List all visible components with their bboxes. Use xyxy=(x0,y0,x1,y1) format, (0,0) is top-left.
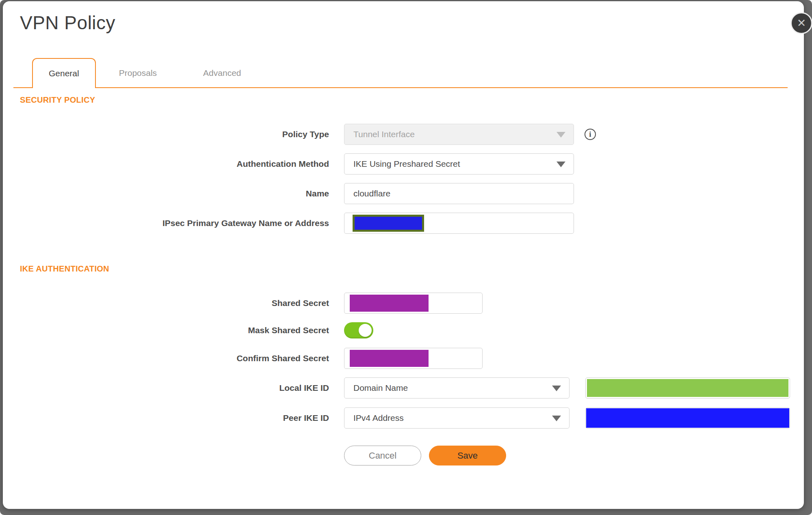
policy-type-select: Tunnel Interface xyxy=(344,124,574,145)
security-policy-heading: SECURITY POLICY xyxy=(20,95,804,105)
local-ike-id-select[interactable]: Domain Name xyxy=(344,377,569,399)
chevron-down-icon xyxy=(552,416,561,421)
mask-shared-secret-row: Mask Shared Secret xyxy=(3,322,804,338)
auth-method-row: Authentication Method IKE Using Preshare… xyxy=(3,153,804,175)
mask-shared-secret-toggle[interactable] xyxy=(344,322,373,338)
local-ike-id-type: Domain Name xyxy=(353,383,408,393)
peer-ike-id-row: Peer IKE ID IPv4 Address xyxy=(3,407,804,429)
policy-type-row: Policy Type Tunnel Interface i xyxy=(3,124,804,145)
info-icon[interactable]: i xyxy=(585,129,596,140)
cancel-button[interactable]: Cancel xyxy=(344,446,421,465)
local-ike-id-value-field[interactable] xyxy=(585,377,790,399)
shared-secret-label: Shared Secret xyxy=(3,298,344,308)
peer-ike-id-type: IPv4 Address xyxy=(353,413,404,423)
name-row: Name cloudflare xyxy=(3,183,804,204)
gateway-input[interactable] xyxy=(344,213,574,234)
confirm-shared-secret-row: Confirm Shared Secret xyxy=(3,348,804,369)
redaction-block xyxy=(353,215,424,232)
redaction-block xyxy=(350,295,429,312)
shared-secret-input[interactable] xyxy=(344,293,483,314)
redaction-block xyxy=(586,408,789,428)
policy-type-value: Tunnel Interface xyxy=(353,129,415,139)
gateway-row: IPsec Primary Gateway Name or Address xyxy=(3,213,804,234)
auth-method-label: Authentication Method xyxy=(3,159,344,169)
redaction-block xyxy=(350,350,429,367)
tab-proposals[interactable]: Proposals xyxy=(96,59,180,87)
tab-general[interactable]: General xyxy=(32,58,96,88)
tab-bar: General Proposals Advanced xyxy=(13,58,788,88)
redaction-block xyxy=(587,379,788,397)
close-icon: ✕ xyxy=(797,18,806,29)
peer-ike-id-value-field[interactable] xyxy=(585,407,790,429)
name-input[interactable]: cloudflare xyxy=(344,183,574,204)
ike-authentication-heading: IKE AUTHENTICATION xyxy=(20,264,804,274)
action-buttons: Cancel Save xyxy=(3,446,804,465)
peer-ike-id-label: Peer IKE ID xyxy=(3,413,344,423)
mask-shared-secret-label: Mask Shared Secret xyxy=(3,325,344,335)
local-ike-id-label: Local IKE ID xyxy=(3,383,344,393)
auth-method-value: IKE Using Preshared Secret xyxy=(353,159,460,169)
vpn-policy-dialog: VPN Policy General Proposals Advanced SE… xyxy=(3,1,804,509)
vpn-policy-page: VPN Policy General Proposals Advanced SE… xyxy=(0,0,812,515)
chevron-down-icon xyxy=(552,386,561,391)
local-ike-id-row: Local IKE ID Domain Name xyxy=(3,377,804,399)
auth-method-select[interactable]: IKE Using Preshared Secret xyxy=(344,153,574,175)
tab-advanced[interactable]: Advanced xyxy=(180,59,264,87)
close-button[interactable]: ✕ xyxy=(790,12,812,34)
policy-type-label: Policy Type xyxy=(3,129,344,139)
confirm-shared-secret-label: Confirm Shared Secret xyxy=(3,353,344,363)
page-title: VPN Policy xyxy=(20,12,804,34)
chevron-down-icon xyxy=(556,162,565,167)
chevron-down-icon xyxy=(556,132,565,138)
gateway-label: IPsec Primary Gateway Name or Address xyxy=(3,218,344,228)
peer-ike-id-select[interactable]: IPv4 Address xyxy=(344,407,569,429)
name-value: cloudflare xyxy=(353,189,390,198)
save-button[interactable]: Save xyxy=(429,446,506,465)
name-label: Name xyxy=(3,189,344,198)
confirm-shared-secret-input[interactable] xyxy=(344,348,483,369)
toggle-knob xyxy=(359,324,372,337)
shared-secret-row: Shared Secret xyxy=(3,293,804,314)
